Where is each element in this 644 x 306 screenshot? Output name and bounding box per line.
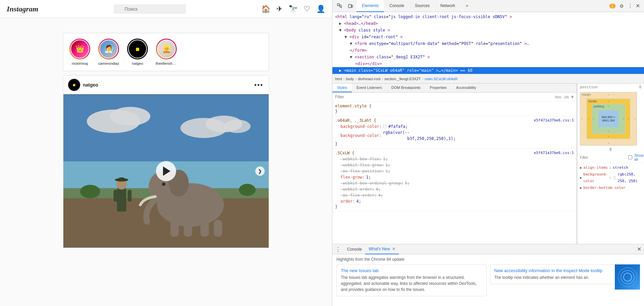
tab-properties[interactable]: Properties (425, 84, 451, 92)
story-label-natgeo: natgeo (132, 61, 143, 65)
css-prop-webkit-box-flex: -webkit-box-flex: 1; (335, 156, 574, 162)
post-more-button[interactable]: ••• (254, 81, 263, 89)
close-devtools-icon[interactable]: ✕ (634, 1, 641, 10)
css-prop-ms-flex-order: -ms-flex-order: 4; (335, 192, 574, 198)
heart-icon[interactable]: ♡ (304, 5, 310, 13)
dom-tree: <html lang="ru" class="js logged-in clie… (332, 12, 644, 74)
devtools-topbar-right: 1 ⚙ ⋮ ✕ (609, 1, 641, 11)
box-model-border: border − − − − padding − − − − 964.800 (587, 99, 630, 139)
position-label: position (580, 85, 598, 89)
bottom-panel-dots-icon[interactable]: ⋮ (335, 246, 341, 253)
styles-panel: Styles Event Listeners DOM Breakpoints P… (332, 84, 577, 244)
show-all-checkbox[interactable] (628, 155, 632, 159)
dom-line-main[interactable]: ▶ <main class="SCxLW o64aR" role="main" … (332, 67, 644, 74)
tab-console[interactable]: Console (384, 0, 410, 12)
filter-cls[interactable]: .cls (563, 95, 569, 99)
color-swatch-fafafa (383, 125, 386, 128)
story-item-natgeo[interactable]: ■ natgeo (126, 39, 149, 65)
dom-line-div[interactable]: <div></div> (332, 60, 644, 67)
next-arrow-button[interactable]: ❯ (255, 166, 265, 176)
dom-line-head[interactable]: ▶ <head>…</head> (332, 20, 644, 27)
card-text-accessibility: The tooltip now indicates whether an ele… (494, 274, 636, 280)
tab-accessibility[interactable]: Accessibility (451, 84, 481, 92)
filter-hov[interactable]: :hov (554, 95, 561, 99)
computed-filter-input[interactable] (580, 155, 626, 159)
post-username[interactable]: natgeo (83, 82, 98, 88)
show-all-label[interactable]: Show all (634, 153, 644, 161)
instagram-main: 👑 nickiminaj 🧖 camerondiaz ■ natgeo (0, 18, 332, 259)
breadcrumb-main[interactable]: main.SCxLW.o64aR (425, 77, 458, 81)
border-left: − (588, 117, 589, 120)
breadcrumb-html[interactable]: html (335, 77, 342, 81)
tab-console-bottom[interactable]: Console (344, 244, 365, 254)
inspect-element-icon[interactable] (335, 1, 344, 11)
svg-point-32 (624, 273, 632, 281)
post-card: ■ natgeo ••• (63, 75, 269, 248)
send-icon[interactable]: ✈ (276, 5, 282, 13)
breadcrumb-section[interactable]: section._9eogI.E3X2T (384, 77, 421, 81)
margin-right: − (634, 117, 636, 120)
styles-filter-input[interactable] (335, 95, 552, 99)
css-block-o64ar: .o64aR, ._3Laht { e5f471a37be6.css:1 bac… (332, 116, 577, 149)
warning-badge: 1 (609, 4, 615, 8)
computed-border-bottom-color: ▶ border-bottom-color (580, 185, 641, 191)
dom-line-reactroot[interactable]: ▼ <div id="react-root" > (332, 34, 644, 40)
tab-network[interactable]: Network (435, 0, 461, 12)
devtools-tabs: Elements Console Sources Network » (357, 0, 608, 12)
card-title-issues[interactable]: The new Issues tab (341, 268, 482, 273)
margin-top: − (607, 93, 609, 96)
search-wrapper: 🔍 (114, 4, 186, 14)
story-item-cameron[interactable]: 🧖 camerondiaz (98, 39, 120, 65)
whats-new-tab-close-icon[interactable]: ✕ (392, 247, 395, 251)
close-bottom-panel-icon[interactable]: ✕ (637, 246, 641, 252)
add-style-rule-icon[interactable]: + (571, 94, 574, 100)
settings-icon[interactable]: ⚙ (617, 1, 626, 11)
whats-new-highlight: Highlights from the Chrome 84 update (336, 257, 640, 262)
device-toolbar-icon[interactable] (346, 1, 355, 11)
computed-color-swatch (613, 176, 616, 180)
tab-more[interactable]: » (461, 0, 474, 12)
card-title-accessibility[interactable]: New accessibility information in the Ins… (494, 268, 636, 273)
margin-left: − (581, 117, 583, 120)
play-button[interactable] (156, 161, 176, 181)
breadcrumb-body[interactable]: body (346, 77, 354, 81)
story-avatar-nicki: 👑 (70, 40, 89, 58)
whats-new-tab-label: What's New (369, 247, 390, 251)
more-options-icon[interactable]: ⋮ (628, 3, 633, 9)
profile-icon[interactable]: 👤 (316, 5, 325, 13)
dom-line-body[interactable]: ▼ <body class style > (332, 27, 644, 34)
instagram-header: Instagram 🔍 🏠 ✈ 🔭 ♡ 👤 (0, 0, 332, 18)
margin-label: margin (582, 93, 591, 96)
devtools-middle: Styles Event Listeners DOM Breakpoints P… (332, 84, 644, 244)
tab-sources[interactable]: Sources (410, 0, 435, 12)
dom-line-html[interactable]: <html lang="ru" class="js logged-in clie… (332, 13, 644, 20)
story-item-ellen[interactable]: 👱 theellenshow (155, 39, 177, 65)
instagram-logo: Instagram (7, 5, 38, 13)
bottom-tabs: ⋮ Console What's New ✕ ✕ (332, 244, 644, 254)
tab-event-listeners[interactable]: Event Listeners (352, 84, 387, 92)
home-icon[interactable]: 🏠 (261, 5, 270, 13)
devtools-topbar: Elements Console Sources Network » 1 ⚙ ⋮… (332, 0, 644, 12)
computed-filter-bar: Show all (577, 152, 644, 163)
border-right: − (628, 117, 629, 120)
css-prop-webkit-flex-grow: -webkit-flex-grow: 1; (335, 162, 574, 168)
panel-tabs: Styles Event Listeners DOM Breakpoints P… (332, 84, 577, 93)
tab-whats-new[interactable]: What's New ✕ (365, 244, 399, 254)
box-model-content: 964.800 × 9841.260 (598, 110, 619, 127)
dom-breadcrumb: html › body › div#react-root › section._… (332, 74, 644, 84)
nav-icons: 🏠 ✈ 🔭 ♡ 👤 (261, 5, 325, 13)
content-size: 964.800 × 9841.260 (598, 115, 619, 122)
tab-styles[interactable]: Styles (332, 84, 352, 92)
dom-line-formclose[interactable]: </form> (332, 47, 644, 54)
dom-line-section[interactable]: ▼ <section class="_9eogI E3X2T" > (332, 54, 644, 60)
explore-icon[interactable]: 🔭 (288, 5, 298, 13)
story-item-nicki[interactable]: 👑 nickiminaj (69, 39, 91, 65)
search-input[interactable] (114, 4, 186, 14)
svg-rect-28 (348, 4, 351, 8)
breadcrumb-reactroot[interactable]: div#react-root (358, 77, 380, 81)
tab-elements[interactable]: Elements (357, 0, 384, 12)
card-text-issues: The Issues tab aggregates warnings from … (341, 274, 482, 293)
tab-dom-breakpoints[interactable]: DOM Breakpoints (387, 84, 425, 92)
dom-line-form[interactable]: ▼ <form enctype="multipart/form-data" me… (332, 40, 644, 47)
box-model-padding: padding − − − − 964.800 × 9841.260 (592, 104, 625, 134)
